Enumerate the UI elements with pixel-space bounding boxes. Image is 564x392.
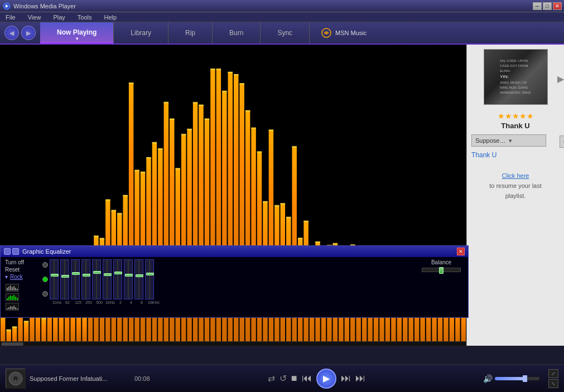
navigation-bar: ◀ ▶ Now Playing Library Rip Burn Sync MS… [0, 22, 564, 45]
eq-band-label-3: 250 [84, 301, 93, 304]
visualizer-scrollbar[interactable] [0, 341, 466, 346]
star-rating[interactable]: ★★★★★ [498, 112, 534, 120]
eq-radio-2[interactable] [42, 277, 48, 282]
eq-band-label-2: 125 [74, 301, 83, 304]
eq-band-label-5: 1KHz [105, 301, 114, 304]
scroll-thumb[interactable] [1, 342, 23, 346]
eq-slider-0[interactable] [50, 259, 59, 299]
eq-icon-2[interactable] [12, 248, 19, 255]
maximize-button[interactable]: □ [543, 2, 552, 10]
eq-slider-8[interactable] [134, 259, 143, 299]
eq-slider-handle-7[interactable] [125, 274, 133, 277]
tab-library[interactable]: Library [114, 22, 168, 43]
tab-now-playing[interactable]: Now Playing [40, 22, 114, 43]
svg-rect-5 [10, 285, 11, 291]
menu-file[interactable]: File [2, 12, 19, 22]
volume-track[interactable] [495, 377, 539, 380]
eq-slider-handle-8[interactable] [136, 274, 143, 277]
menu-play[interactable]: Play [50, 12, 68, 22]
eq-slider-handle-1[interactable] [61, 275, 69, 278]
eq-slider-2[interactable] [71, 259, 80, 299]
album-art-image: FAL CODE: UPON CASE:GOT FROM ELING: YIN:… [484, 50, 547, 104]
eq-slider-1[interactable] [60, 259, 69, 299]
eq-sliders-row [42, 259, 412, 299]
close-button[interactable]: ✕ [553, 2, 562, 10]
tab-rip[interactable]: Rip [168, 22, 213, 43]
next-panel-button[interactable]: ▶ [557, 74, 564, 84]
click-here-link[interactable]: Click here [489, 172, 542, 179]
menu-tools[interactable]: Tools [74, 12, 95, 22]
eq-slider-handle-9[interactable] [146, 273, 154, 275]
eq-turnoff-button[interactable]: Turn off [5, 259, 36, 265]
tab-burn[interactable]: Burn [213, 22, 261, 43]
eq-mini-spectrum-3 [6, 303, 19, 311]
main-content: FAL CODE: UPON CASE:GOT FROM ELING: YIN:… [0, 45, 564, 346]
shuffle-button[interactable]: ⇄ [268, 373, 275, 384]
eq-band-labels: 31Hz621252505001KHz24816KHz [42, 301, 412, 304]
tab-sync[interactable]: Sync [261, 22, 310, 43]
eq-sliders-area: 31Hz621252505001KHz24816KHz [42, 259, 412, 304]
menu-view[interactable]: View [25, 12, 45, 22]
volume-fill [495, 377, 525, 380]
previous-button[interactable]: ⏮ [302, 372, 312, 384]
eq-slider-handle-4[interactable] [93, 271, 101, 274]
eq-slider-handle-2[interactable] [72, 272, 80, 275]
menu-help[interactable]: Help [100, 12, 120, 22]
eq-slider-5[interactable] [103, 259, 112, 299]
eq-slider-6[interactable] [113, 259, 122, 299]
eq-slider-handle-6[interactable] [114, 272, 122, 274]
repeat-button[interactable]: ↺ [279, 373, 287, 384]
tab-area: Now Playing Library Rip Burn Sync MSN Mu… [40, 22, 378, 43]
playlist-dropdown[interactable]: Supposed Former Inf... ▾ [471, 134, 546, 147]
eq-reset-button[interactable]: Reset [5, 267, 36, 273]
svg-rect-7 [13, 286, 15, 291]
eq-slider-3[interactable] [81, 259, 90, 299]
title-bar: Windows Media Player ─ □ ✕ [0, 0, 564, 12]
stop-button[interactable]: ■ [291, 372, 297, 384]
volume-handle[interactable] [523, 375, 527, 382]
eq-slider-4[interactable] [92, 259, 101, 299]
eq-icon-1[interactable] [4, 248, 11, 255]
svg-rect-8 [15, 288, 16, 291]
eq-slider-handle-5[interactable] [104, 273, 112, 276]
svg-rect-9 [17, 289, 18, 291]
equalizer-controls: Turn off Reset ▾ Rock [1, 257, 468, 313]
eq-preset-selector[interactable]: ▾ Rock [5, 274, 36, 280]
eq-preset-name: Rock [10, 274, 23, 280]
transport-time: 00:08 [134, 375, 150, 382]
tab-msn-music[interactable]: MSN Music [310, 22, 378, 43]
equalizer-title: Graphic Equalizer [22, 248, 71, 255]
view-controls: ⤢ ⤡ [548, 369, 558, 388]
fullscreen-button[interactable]: ⤢ [548, 369, 558, 378]
equalizer-close-button[interactable]: ✕ [457, 248, 465, 255]
eq-mini-spectrum-1 [6, 284, 19, 292]
balance-control: Balance [419, 259, 464, 272]
eq-radio-1[interactable] [42, 262, 48, 268]
minimize-button[interactable]: ─ [533, 2, 542, 10]
svg-rect-12 [10, 296, 11, 300]
eq-preset-arrow: ▾ [5, 274, 8, 280]
eq-slider-7[interactable] [124, 259, 133, 299]
back-button[interactable]: ◀ [4, 26, 19, 40]
playlist-refresh-button[interactable]: ↺ [560, 135, 564, 148]
eq-band-label-7: 4 [127, 301, 136, 304]
svg-rect-21 [13, 306, 15, 309]
eq-slider-9[interactable] [145, 259, 154, 299]
minimize-view-button[interactable]: ⤡ [548, 379, 558, 388]
album-art: FAL CODE: UPON CASE:GOT FROM ELING: YIN:… [484, 49, 548, 105]
svg-rect-22 [15, 307, 16, 309]
eq-band-label-6: 2 [116, 301, 125, 304]
equalizer-panel: Graphic Equalizer ✕ Turn off Reset ▾ Roc… [0, 245, 469, 318]
eq-slider-handle-0[interactable] [51, 274, 59, 277]
balance-handle[interactable] [439, 267, 444, 274]
playlist-dropdown-arrow: ▾ [509, 137, 542, 144]
play-pause-button[interactable]: ▶ [316, 369, 336, 389]
balance-track[interactable] [422, 268, 461, 272]
next-button[interactable]: ⏭ [341, 372, 351, 384]
eq-slider-handle-3[interactable] [83, 274, 90, 277]
eq-radio-3[interactable] [42, 291, 48, 297]
fast-forward-button[interactable]: ⏭ [355, 372, 365, 384]
eq-band-label-4: 500 [95, 301, 104, 304]
forward-button[interactable]: ▶ [21, 26, 36, 40]
msn-music-label: MSN Music [335, 30, 367, 36]
